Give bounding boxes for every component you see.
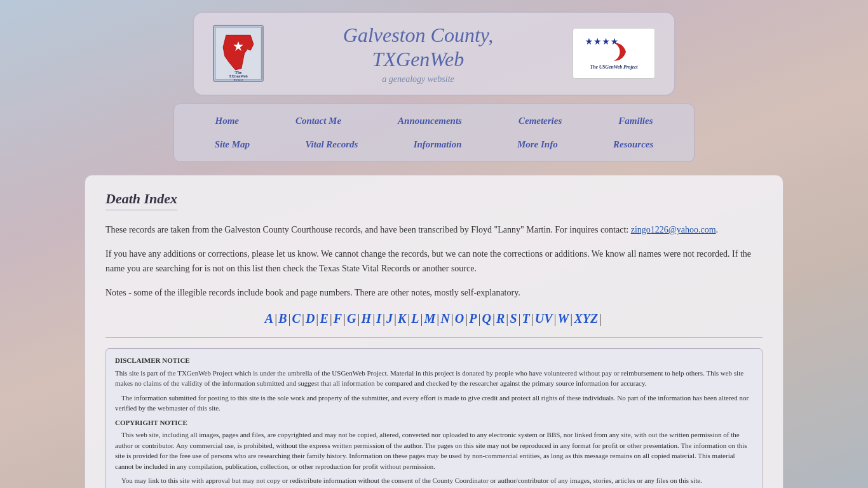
alpha-N[interactable]: N <box>440 311 449 326</box>
disclaimer-text-1: This site is part of the TXGenWeb Projec… <box>115 368 753 389</box>
disclaimer-title-2: COPYRIGHT NOTICE <box>115 417 753 428</box>
alpha-A[interactable]: A <box>265 311 273 326</box>
alpha-UV[interactable]: UV <box>535 311 553 326</box>
alpha-T[interactable]: T <box>522 311 530 326</box>
nav-site-map[interactable]: Site Map <box>208 137 256 152</box>
alpha-S[interactable]: S <box>510 311 517 326</box>
nav-row-2: Site Map Vital Records Information More … <box>187 133 681 156</box>
site-title: Galveston County, TXGenWeb <box>283 23 553 72</box>
disclaimer-text-4: You may link to this site with approval … <box>115 475 753 486</box>
nav-home[interactable]: Home <box>209 113 246 129</box>
alpha-G[interactable]: G <box>347 311 356 326</box>
alpha-Q[interactable]: Q <box>482 311 491 326</box>
navigation: Home Contact Me Announcements Cemeteries… <box>0 104 868 170</box>
alpha-O[interactable]: O <box>455 311 464 326</box>
alpha-F[interactable]: F <box>334 311 342 326</box>
alpha-L[interactable]: L <box>411 311 419 326</box>
nav-more-info[interactable]: More Info <box>511 137 564 152</box>
alpha-W[interactable]: W <box>558 311 569 326</box>
nav-contact-me[interactable]: Contact Me <box>289 113 348 129</box>
alpha-I[interactable]: I <box>376 311 381 326</box>
alpha-E[interactable]: E <box>320 311 328 326</box>
nav-row-1: Home Contact Me Announcements Cemeteries… <box>187 109 681 133</box>
alpha-M[interactable]: M <box>424 311 436 326</box>
alpha-J[interactable]: J <box>386 311 393 326</box>
email-link[interactable]: zingo1226@yahoo.com <box>631 225 716 234</box>
alpha-navigation: A| B| C| D| E| F| G| H| I| J| K| L| M| N… <box>105 311 763 326</box>
nav-cemeteries[interactable]: Cemeteries <box>512 113 568 129</box>
intro-paragraph-1: These records are taken from the Galvest… <box>105 223 763 237</box>
disclaimer-box: DISCLAIMER NOTICE This site is part of t… <box>105 348 763 488</box>
disclaimer-text-2: The information submitted for posting to… <box>115 393 753 414</box>
svg-text:The: The <box>234 70 241 74</box>
usgenweb-logo: The USGenWeb Project <box>573 28 655 79</box>
nav-families[interactable]: Families <box>612 113 659 129</box>
nav-vital-records[interactable]: Vital Records <box>299 137 364 152</box>
content-box: Death Index These records are taken from… <box>85 175 783 488</box>
alpha-P[interactable]: P <box>469 311 477 326</box>
nav-announcements[interactable]: Announcements <box>391 113 468 129</box>
header-box: The TXGenWeb Project Galveston County, T… <box>193 11 675 96</box>
separator <box>105 337 763 338</box>
alpha-B[interactable]: B <box>278 311 287 326</box>
txgenweb-logo: The TXGenWeb Project <box>213 25 264 82</box>
header-section: The TXGenWeb Project Galveston County, T… <box>0 0 868 104</box>
alpha-H[interactable]: H <box>362 311 372 326</box>
svg-text:Project: Project <box>234 78 243 81</box>
nav-box: Home Contact Me Announcements Cemeteries… <box>173 104 695 162</box>
main-content: Death Index These records are taken from… <box>0 170 868 488</box>
alpha-R[interactable]: R <box>496 311 505 326</box>
svg-text:The USGenWeb Project: The USGenWeb Project <box>590 65 639 71</box>
site-subtitle: a genealogy website <box>283 74 553 85</box>
nav-resources[interactable]: Resources <box>607 137 660 152</box>
intro-paragraph-2: If you have any additions or corrections… <box>105 247 763 276</box>
intro-paragraph-3: Notes - some of the illegible records in… <box>105 286 763 300</box>
alpha-K[interactable]: K <box>398 311 406 326</box>
alpha-C[interactable]: C <box>292 311 301 326</box>
disclaimer-title-1: DISCLAIMER NOTICE <box>115 355 753 366</box>
header-title: Galveston County, TXGenWeb a genealogy w… <box>283 23 553 85</box>
alpha-D[interactable]: D <box>306 311 315 326</box>
alpha-XYZ[interactable]: XYZ <box>574 311 598 326</box>
nav-information[interactable]: Information <box>407 137 468 152</box>
disclaimer-text-3: This web site, including all images, pag… <box>115 430 753 471</box>
page-title: Death Index <box>105 191 177 210</box>
